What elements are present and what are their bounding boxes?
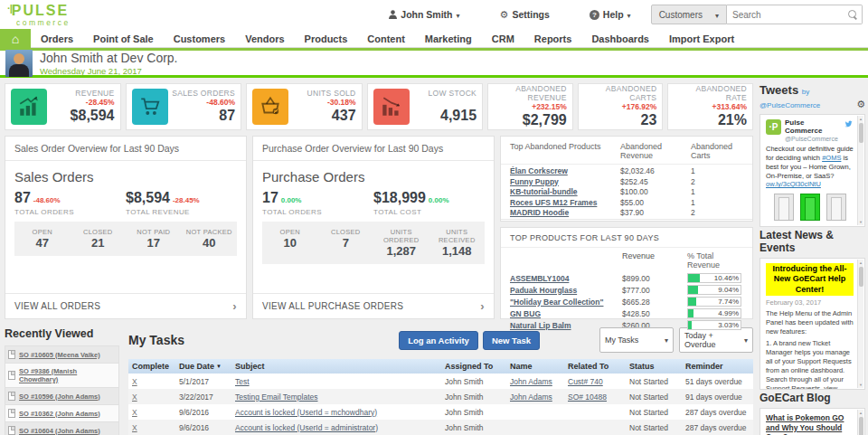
col-abandoned-revenue: Abandoned Revenue — [620, 142, 691, 160]
product-link[interactable]: KB-tutorial-bundle — [510, 187, 578, 196]
tasks-type-select[interactable]: My Tasks — [599, 327, 674, 353]
task-subject-link[interactable]: Test — [235, 377, 250, 386]
task-related-link[interactable]: SO# 10488 — [568, 392, 607, 402]
stat-value: 21 — [71, 236, 127, 250]
product-link[interactable]: GN BUG — [510, 309, 541, 318]
nav-item-customers[interactable]: Customers — [164, 29, 235, 48]
product-link[interactable]: ASSEMBLY1004 — [510, 274, 569, 283]
greeting-title: John Smith at Dev Corp. — [40, 51, 178, 65]
search-input[interactable] — [727, 5, 863, 24]
help-menu[interactable]: Help — [570, 9, 651, 20]
kpi-abandoned-rate[interactable]: ABANDONED RATE +313.64% 21% — [667, 83, 753, 130]
news-body-intro: The Help Menu of the Admin Panel has bee… — [766, 309, 854, 336]
tweet-media-image[interactable] — [766, 194, 854, 222]
nav-item-products[interactable]: Products — [295, 29, 358, 48]
product-link[interactable]: Paduak Hourglass — [510, 286, 577, 295]
nav-item-crm[interactable]: CRM — [482, 29, 524, 48]
task-name-link[interactable]: John Adams — [510, 392, 552, 402]
kpi-abandoned-carts[interactable]: ABANDONED CARTS +176.92% 23 — [578, 83, 664, 130]
view-all-purchase-orders-link[interactable]: VIEW ALL PURCHASE ORDERS — [253, 293, 494, 318]
blog-scrollbar[interactable] — [857, 410, 863, 435]
log-activity-button[interactable]: Log an Activity — [399, 331, 478, 350]
news-scrollbar[interactable] — [857, 260, 863, 388]
recently-viewed-link[interactable]: SO #10596 (John Adams) — [19, 392, 100, 401]
col-related-to[interactable]: Related To — [564, 359, 626, 374]
kpi-low-stock[interactable]: LOW STOCK 4,915 — [367, 83, 484, 130]
complete-link[interactable]: X — [132, 392, 137, 402]
task-due-date: 3/22/2017 — [175, 389, 231, 404]
tweet-hashtag-link[interactable]: #OMS — [822, 154, 841, 162]
nav-item-import-export[interactable]: Import Export — [659, 29, 744, 48]
nav-item-orders[interactable]: Orders — [31, 29, 83, 48]
top-product-row: ASSEMBLY1004 $899.00 10.46% — [501, 272, 752, 284]
product-link[interactable]: "Holiday Bear Collection" — [510, 298, 603, 307]
col-subject[interactable]: Subject — [231, 359, 441, 374]
recently-viewed-item[interactable]: SO #10362 (John Adams) — [5, 404, 119, 421]
col-assigned-to[interactable]: Assigned To — [441, 359, 506, 374]
abandoned-row: Élan Corkscrew $2,032.46 1 — [501, 166, 752, 177]
tweet-url-link[interactable]: ow.ly/3cQl30clNtU — [766, 180, 821, 188]
abandoned-row: KB-tutorial-bundle $100.00 1 — [501, 187, 752, 198]
twitter-bird-icon[interactable] — [844, 119, 854, 128]
recently-viewed-link[interactable]: SO #10605 (Meena Valke) — [19, 351, 100, 359]
kpi-revenue[interactable]: REVENUE -28.45% $8,594 — [5, 83, 121, 130]
complete-link[interactable]: X — [132, 408, 137, 417]
blog-headline-link[interactable]: What is Pokemon GO and Why You Should Ca… — [766, 413, 854, 435]
task-name-link[interactable]: John Adams — [510, 377, 552, 386]
new-task-button[interactable]: New Task — [483, 331, 540, 350]
view-all-orders-link[interactable]: VIEW ALL ORDERS — [5, 293, 246, 318]
nav-item-point-of-sale[interactable]: Point of Sale — [83, 29, 164, 48]
recently-viewed-item[interactable]: SO #10596 (John Adams) — [5, 387, 119, 404]
complete-link[interactable]: X — [132, 423, 137, 432]
user-menu[interactable]: John Smith — [369, 9, 479, 20]
task-subject-link[interactable]: Testing Email Templates — [235, 392, 318, 402]
nav-item-dashboards[interactable]: Dashboards — [581, 29, 659, 48]
col-name[interactable]: Name — [506, 359, 564, 374]
recently-viewed-item[interactable]: SO #10605 (Meena Valke) — [5, 345, 119, 363]
tweets-settings-icon[interactable] — [856, 97, 865, 110]
stat-label: OPEN — [262, 228, 318, 236]
kpi-units-sold[interactable]: UNITS SOLD -30.18% 437 — [246, 83, 363, 130]
col-complete[interactable]: Complete — [128, 359, 175, 374]
stat-value: 17 — [126, 236, 182, 250]
home-button[interactable] — [0, 29, 31, 48]
tweet-account-name[interactable]: Pulse Commerce — [785, 119, 840, 136]
product-link[interactable]: Funny Puppy — [510, 177, 559, 186]
abandoned-revenue-value: $37.90 — [620, 208, 691, 219]
nav-item-content[interactable]: Content — [357, 29, 415, 48]
product-link[interactable]: Élan Corkscrew — [510, 166, 568, 175]
recently-viewed-link[interactable]: SO #10362 (John Adams) — [19, 410, 100, 418]
tweet-account-handle[interactable]: @PulseCommerce — [785, 136, 840, 143]
settings-menu[interactable]: Settings — [480, 9, 570, 21]
task-row: X 5/1/2017 Test John Smith John Adams Cu… — [128, 374, 753, 389]
nav-item-reports[interactable]: Reports — [524, 29, 582, 48]
task-subject-link[interactable]: Account is locked (UserId = mchowdhary) — [235, 408, 377, 417]
col-status[interactable]: Status — [626, 359, 682, 374]
search-icon[interactable] — [848, 10, 857, 19]
complete-link[interactable]: X — [132, 377, 137, 386]
nav-item-vendors[interactable]: Vendors — [235, 29, 294, 48]
kpi-sales-orders[interactable]: SALES ORDERS -48.60% 87 — [126, 83, 242, 130]
tweets-scrollbar[interactable] — [857, 116, 863, 225]
task-subject-link[interactable]: Account is locked (UserId = administrato… — [235, 423, 378, 432]
news-headline-link[interactable]: Introducing the All-New GoECart Help Cen… — [766, 263, 854, 296]
task-related-link[interactable]: Cust# 740 — [568, 377, 603, 386]
kpi-abandoned-revenue[interactable]: ABANDONED REVENUE +232.15% $2,799 — [487, 83, 573, 130]
recently-viewed-link[interactable]: SO #9386 (Manish Chowdhary) — [19, 367, 116, 383]
recently-viewed-link[interactable]: SO #10604 (John Adams) — [19, 427, 100, 435]
pulse-commerce-logo: ·|PULSE commerce — [7, 2, 71, 27]
col-top-abandoned-products: Top Abandoned Products — [510, 142, 620, 160]
nav-item-marketing[interactable]: Marketing — [415, 29, 482, 48]
document-icon — [8, 426, 15, 435]
product-link[interactable]: Roces UFS M12 Frames — [510, 198, 597, 207]
recently-viewed-item[interactable]: SO #9386 (Manish Chowdhary) — [5, 363, 119, 387]
tasks-range-select[interactable]: Today + Overdue — [679, 327, 753, 353]
sales-panel-header: Sales Order Overview for Last 90 Days — [5, 137, 246, 161]
abandoned-row: Funny Puppy $252.45 2 — [501, 177, 752, 188]
search-scope-select[interactable]: Customers — [651, 5, 727, 24]
news-box: Introducing the All-New GoECart Help Cen… — [760, 258, 865, 390]
col-reminder[interactable]: Reminder — [682, 359, 753, 374]
product-link[interactable]: MADRID Hoodie — [510, 208, 569, 217]
stat-label: CLOSED — [71, 228, 127, 236]
recently-viewed-item[interactable]: SO #10604 (John Adams) — [5, 421, 119, 435]
